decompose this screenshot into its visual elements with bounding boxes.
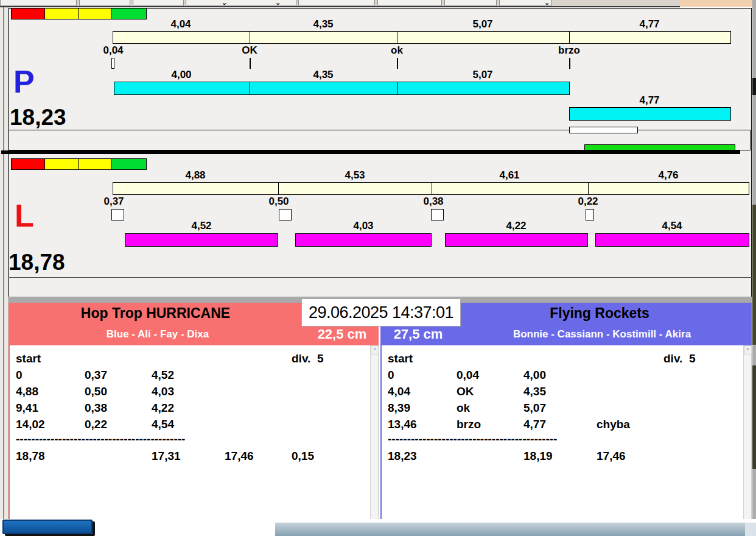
start-light-red	[11, 158, 45, 170]
lane-l-letter: L	[15, 200, 34, 231]
table-total: 18,23	[388, 450, 417, 463]
lane-l-checkbox-1[interactable]	[111, 209, 124, 220]
window-left-edge-line	[3, 7, 4, 523]
toolbar-button[interactable]	[298, 0, 375, 6]
team-left-results: start div. 5 0 0,37 4,52 4,88 0,50 4,03 …	[9, 345, 379, 522]
split-value: 5,07	[472, 18, 492, 30]
marker-label: 0,38	[423, 196, 443, 208]
taskbar-window-button[interactable]	[2, 520, 93, 534]
marker-label: OK	[242, 44, 257, 57]
table-cell: 4,00	[523, 368, 546, 382]
table-cell: 8,39	[388, 401, 410, 415]
table-cell: 4,22	[152, 401, 174, 415]
split-bar-segment	[569, 31, 731, 44]
table-cell: 4,77	[523, 418, 546, 431]
dog-time-value: 4,22	[506, 220, 526, 232]
table-cell: 0	[16, 368, 23, 382]
split-bar-segment	[432, 182, 589, 195]
start-light-yellow1	[45, 8, 79, 19]
dog-bar-segment	[397, 82, 570, 95]
table-total: 0,15	[292, 450, 314, 463]
dog-bar-segment	[445, 233, 588, 247]
dog-bar-segment	[125, 233, 278, 247]
table-cell-fault: chyba	[597, 418, 630, 431]
table-cell: 4,52	[152, 368, 174, 382]
split-value: 4,61	[499, 169, 519, 182]
toolbar-button[interactable]	[444, 0, 497, 6]
toolbar-fragment[interactable]: ⌄ ⌄ ⌄	[0, 0, 680, 7]
table-cell: 0,37	[85, 368, 107, 382]
table-total: 18,78	[16, 450, 45, 463]
scroll-up-icon[interactable]: ^	[371, 345, 379, 354]
table-total: 17,46	[225, 450, 254, 463]
dog-time-value: 5,07	[472, 69, 492, 81]
dog-bar-segment	[569, 107, 731, 121]
table-total: 17,31	[152, 450, 181, 463]
team-left-name: Hop Trop HURRICANE	[9, 305, 303, 322]
dog-time-value: 4,03	[353, 220, 373, 232]
team-right-jump-height: 27,5 cm	[384, 326, 452, 342]
desktop-sliver	[752, 365, 756, 469]
dog-time-value: 4,35	[313, 69, 333, 81]
start-lights	[11, 8, 147, 19]
chevron-down-icon: ⌄	[222, 0, 227, 5]
table-header-start: start	[16, 352, 41, 365]
window-behind-fragment	[680, 0, 756, 7]
dog-time-value: 4,52	[191, 220, 211, 232]
dog-bar-segment	[595, 233, 749, 247]
lane-p-total: 18,23	[10, 106, 66, 129]
tick-marker	[569, 58, 570, 69]
white-minibar	[569, 127, 638, 133]
table-cell: 4,54	[152, 418, 174, 431]
app-window: ⌄ ⌄ ⌄ 4,04 4,35 5,07 4,77 0,04 OK ok brz…	[0, 0, 756, 536]
scrollbar[interactable]: ^	[370, 345, 378, 522]
marker-label: 0,22	[578, 196, 598, 208]
start-light-yellow1	[45, 158, 79, 170]
table-cell: brzo	[457, 418, 481, 431]
chevron-down-icon: ⌄	[544, 0, 550, 5]
tick-marker	[250, 58, 251, 69]
start-light-red	[11, 8, 45, 19]
marker-label: 0,50	[268, 196, 289, 208]
marker-label: 0,04	[103, 44, 123, 57]
dog-time-value: 4,54	[662, 220, 682, 232]
team-left-dogs: Blue - Ali - Fay - Dixa	[9, 328, 307, 340]
start-light-yellow2	[79, 158, 111, 170]
table-cell: 4,35	[523, 385, 546, 398]
scroll-up-icon[interactable]: ^	[744, 345, 752, 354]
table-divider: ----------------------------------------…	[388, 432, 557, 446]
split-value: 4,35	[313, 18, 333, 30]
lane-l-checkbox-4[interactable]	[586, 209, 594, 220]
split-value: 4,53	[345, 169, 365, 182]
table-cell: 0,38	[85, 401, 107, 415]
team-right-results: start div. 5 0 0,04 4,00 4,04 OK 4,35 8,…	[380, 345, 752, 525]
toolbar-button[interactable]	[0, 0, 77, 6]
table-header-start: start	[388, 352, 413, 365]
toolbar-button[interactable]	[79, 0, 130, 6]
lane-l-subpanel-line	[9, 277, 752, 278]
split-bar-segment	[113, 31, 250, 44]
scrollbar[interactable]: ^	[743, 345, 751, 525]
marker-label: ok	[391, 44, 403, 57]
lane-l-checkbox-3[interactable]	[431, 209, 444, 220]
dog-bar-segment	[250, 82, 397, 95]
tick-marker	[397, 58, 398, 69]
lane-l-checkbox-2[interactable]	[279, 209, 292, 220]
table-header-div: div. 5	[292, 352, 323, 365]
table-cell: 5,07	[523, 401, 546, 415]
table-cell: 9,41	[16, 401, 38, 415]
table-cell: 14,02	[16, 418, 45, 431]
dog-time-value: 4,00	[171, 69, 191, 81]
table-cell: 0	[388, 368, 394, 382]
green-minibar	[584, 144, 735, 150]
table-header-div: div. 5	[663, 352, 695, 365]
start-light-green	[111, 8, 147, 19]
toolbar-button[interactable]	[377, 0, 442, 6]
lane-p-letter: P	[13, 66, 35, 97]
start-light-yellow2	[79, 8, 111, 19]
marker-label: 0,37	[103, 196, 124, 208]
desktop-sliver	[752, 78, 756, 95]
table-cell: 0,04	[457, 368, 479, 382]
toolbar-button[interactable]	[133, 0, 184, 6]
start-lights	[11, 158, 147, 170]
